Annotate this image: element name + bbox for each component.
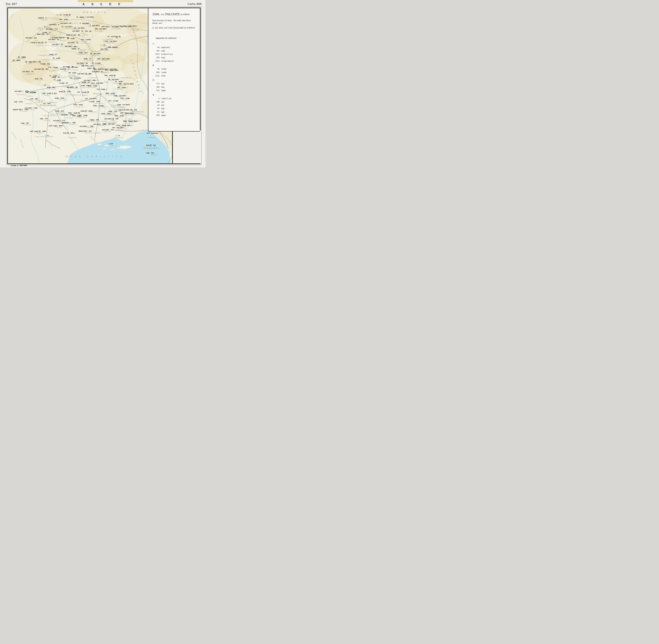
legend-entry: 20sęá̋	[153, 104, 198, 107]
lake-barcis	[25, 73, 30, 75]
questionnaire-ref: Q. ALI 3654, AIS 1392 [TAGLIARE (IL FIEN…	[152, 27, 198, 29]
legend-form: śi̯ęgá	[161, 89, 165, 91]
legend-form: i sęíṇ (1. pl.)	[161, 97, 172, 99]
scale-label: Scala 1: 300.000	[11, 164, 27, 166]
carta-number: Carta 488	[187, 2, 202, 5]
legend-form: śęgár	[161, 114, 166, 116]
page-edge	[78, 0, 133, 2]
legend-form: se tái̯a (imp.le)	[161, 60, 174, 62]
frame-notch	[172, 131, 201, 163]
legend-entry: 9ai şeái̯s	[153, 67, 198, 71]
legend-entry: 105taái̯s	[153, 49, 198, 52]
legend-form: la tái̯a (3. sg.)	[161, 53, 173, 55]
legend-form: i şeái̯s	[161, 68, 166, 70]
legend-form: si̯eğá (inf.)	[161, 46, 170, 48]
title-rest: IL FIENO	[181, 14, 189, 16]
legend-entry: 213śi̯ęgá	[153, 89, 198, 92]
adriatic-sea	[67, 130, 171, 163]
legend-group-symbol: P	[153, 65, 198, 66]
legend-point-number: ·40	[153, 46, 159, 49]
legend-point-number: 206	[153, 56, 159, 59]
legend-point-number: 91	[153, 110, 159, 114]
title-main: FALCIATE	[165, 13, 180, 16]
legend-group-symbol	[153, 79, 198, 81]
legend-point-number: 9a	[153, 67, 159, 71]
map-title: 3306. VOI FALCIATE IL FIENO	[152, 13, 198, 16]
legend-entry: 209śęgár	[153, 114, 198, 117]
legend-point-number: 2	[153, 97, 159, 100]
legend-entry: 115tai̯á	[153, 82, 198, 86]
legend-form: tai̯á	[161, 86, 164, 88]
title-number: 3306.	[152, 13, 160, 16]
legend-point-number: 212a	[153, 74, 159, 77]
legend-point-number: 20	[153, 104, 159, 107]
legend-form: taái̯s	[161, 50, 165, 52]
lake-cavazzo	[93, 52, 95, 56]
legend-entry: 189tai̯á	[153, 86, 198, 89]
title-translations: Vous fauchez (le foin) - Ihr mäht (das H…	[152, 19, 198, 24]
legend-point-number: 92b	[153, 71, 159, 74]
legend-group-symbol: S	[153, 94, 198, 96]
map-plate: A U S T R I AJ U G O S L A V I AM A R E …	[7, 7, 201, 164]
legend-form: tai̯á̋	[161, 108, 164, 110]
legend-entry: 19bsęá̋	[153, 100, 198, 104]
legend-entry: ·40si̯eğá (inf.)	[153, 46, 198, 49]
legend-point-number: 189	[153, 86, 159, 89]
legend-form: tai̯á	[161, 83, 164, 85]
legend-entry: 206teái̯s	[153, 56, 198, 59]
legend-entry: 215ase tái̯a (imp.le)	[153, 59, 198, 63]
legend-form: sęá̋	[161, 104, 164, 106]
legend-point-number: 105	[153, 49, 159, 52]
apparato-heading: Apparato di confronto	[156, 37, 198, 39]
legend-point-number: 215a	[153, 59, 159, 63]
legend-panel: 3306. VOI FALCIATE IL FIENO Vous fauchez…	[148, 8, 201, 132]
legend-form: sęá̋	[161, 101, 164, 103]
legend-entry: 92bi şeái̯s	[153, 71, 198, 74]
title-voi: VOI	[161, 14, 164, 16]
legend-point-number: 213	[153, 89, 159, 92]
legend-point-number: 107a	[153, 52, 159, 56]
legend-point-number: 83	[153, 107, 159, 110]
legend-form: seái̯s	[161, 75, 165, 77]
legend-point-number: 19b	[153, 100, 159, 104]
atlas-title: A S L E F	[83, 2, 123, 6]
map-canvas: A U S T R I AJ U G O S L A V I AM A R E …	[7, 7, 201, 164]
legend-entry: 2i sęíṇ (1. pl.)	[153, 97, 198, 100]
legend-point-number: 115	[153, 82, 159, 86]
legend-entry: 83tai̯á̋	[153, 107, 198, 110]
legend-form: teái̯s	[161, 56, 165, 59]
apparato-list: ·40si̯eğá (inf.)105taái̯s107ala tái̯a (3…	[153, 43, 198, 117]
legend-entry: 107ala tái̯a (3. sg.)	[153, 52, 198, 56]
legend-form: tai̯á̋	[161, 111, 164, 113]
legend-entry: 212aseái̯s	[153, 74, 198, 77]
legend-form: i şeái̯s	[161, 71, 166, 73]
legend-entry: 91tai̯á̋	[153, 110, 198, 114]
atlas-page: Tav. 667 A S L E F Carta 488	[0, 0, 205, 167]
legend-group-symbol	[153, 43, 198, 45]
plate-number: Tav. 667	[5, 2, 17, 5]
legend-point-number: 209	[153, 114, 159, 117]
